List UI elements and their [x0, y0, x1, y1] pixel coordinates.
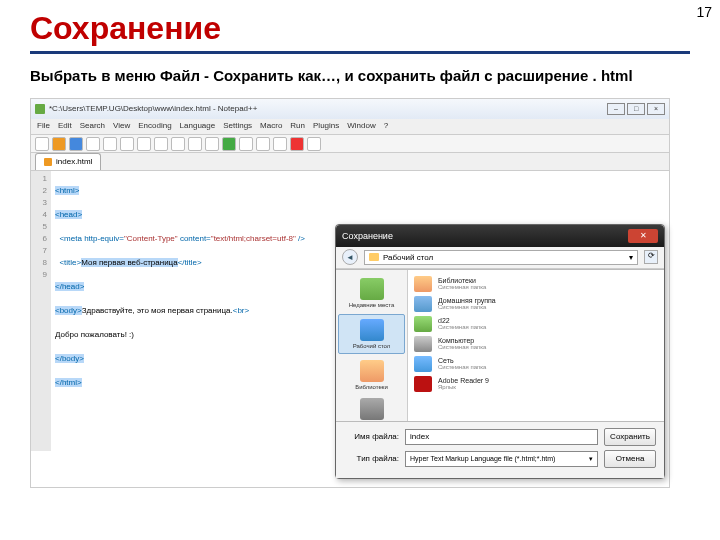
code-text: content=	[178, 234, 211, 243]
item-title: Сеть	[438, 357, 486, 364]
item-sub: Системная папка	[438, 344, 486, 350]
sidebar-desktop[interactable]: Рабочий стол	[338, 314, 405, 354]
line-num: 3	[35, 197, 47, 209]
line-num: 5	[35, 221, 47, 233]
close-button[interactable]: ×	[647, 103, 665, 115]
save-button[interactable]: Сохранить	[604, 428, 656, 446]
toolbar	[31, 135, 669, 153]
list-item[interactable]: d22Системная папка	[414, 314, 658, 334]
item-sub: Системная папка	[438, 364, 486, 370]
code-text: Моя первая веб-страница	[81, 258, 177, 267]
desktop-icon	[360, 319, 384, 341]
adobe-icon	[414, 376, 432, 392]
item-title: Компьютер	[438, 337, 486, 344]
code-text: </html>	[55, 378, 82, 387]
code-text: "Content-Type"	[124, 234, 178, 243]
filetype-label: Тип файла:	[344, 454, 399, 463]
menu-bar: File Edit Search View Encoding Language …	[31, 119, 669, 135]
code-area[interactable]: <html> <head> <meta http-equiv="Content-…	[51, 171, 309, 451]
list-item[interactable]: СетьСистемная папка	[414, 354, 658, 374]
code-text: <html>	[55, 186, 79, 195]
page-number: 17	[696, 4, 712, 20]
toolbar-open-icon[interactable]	[52, 137, 66, 151]
item-sub: Системная папка	[438, 284, 486, 290]
filename-input[interactable]	[405, 429, 598, 445]
tab-index[interactable]: index.html	[35, 153, 101, 170]
file-icon	[44, 158, 52, 166]
location-box[interactable]: Рабочий стол ▾	[364, 250, 638, 265]
code-text: </body>	[55, 354, 84, 363]
menu-language[interactable]: Language	[180, 121, 216, 132]
toolbar-paste-icon[interactable]	[171, 137, 185, 151]
menu-run[interactable]: Run	[290, 121, 305, 132]
menu-view[interactable]: View	[113, 121, 130, 132]
sidebar-label: Рабочий стол	[353, 343, 391, 349]
refresh-icon[interactable]: ⟳	[644, 250, 658, 264]
toolbar-cut-icon[interactable]	[137, 137, 151, 151]
sidebar-label: Недавние места	[349, 302, 395, 308]
menu-macro[interactable]: Macro	[260, 121, 282, 132]
item-title: Adobe Reader 9	[438, 377, 489, 384]
sidebar: Недавние места Рабочий стол Библиотеки К…	[336, 270, 408, 421]
item-title: d22	[438, 317, 486, 324]
toolbar-zoom-out-icon[interactable]	[273, 137, 287, 151]
menu-search[interactable]: Search	[80, 121, 105, 132]
code-text: <br>	[233, 306, 249, 315]
line-num: 2	[35, 185, 47, 197]
menu-window[interactable]: Window	[347, 121, 375, 132]
dialog-nav: ◄ Рабочий стол ▾ ⟳	[336, 247, 664, 269]
code-text: </title>	[178, 258, 202, 267]
item-sub: Ярлык	[438, 384, 489, 390]
toolbar-record-icon[interactable]	[290, 137, 304, 151]
notepadpp-window: *C:\Users\TEMP.UG\Desktop\www\index.html…	[30, 98, 670, 488]
item-sub: Системная папка	[438, 324, 486, 330]
toolbar-redo-icon[interactable]	[205, 137, 219, 151]
sidebar-computer[interactable]: Компьютер	[336, 394, 407, 422]
line-num: 1	[35, 173, 47, 185]
toolbar-save-icon[interactable]	[69, 137, 83, 151]
toolbar-close-icon[interactable]	[103, 137, 117, 151]
file-list[interactable]: БиблиотекиСистемная папка Домашняя групп…	[408, 270, 664, 421]
toolbar-saveall-icon[interactable]	[86, 137, 100, 151]
minimize-button[interactable]: –	[607, 103, 625, 115]
toolbar-print-icon[interactable]	[120, 137, 134, 151]
list-item[interactable]: Adobe Reader 9Ярлык	[414, 374, 658, 394]
code-text: <body>	[55, 306, 82, 315]
list-item[interactable]: БиблиотекиСистемная папка	[414, 274, 658, 294]
item-title: Домашняя группа	[438, 297, 496, 304]
menu-plugins[interactable]: Plugins	[313, 121, 339, 132]
filename-label: Имя файла:	[344, 432, 399, 441]
toolbar-play-icon[interactable]	[307, 137, 321, 151]
window-title: *C:\Users\TEMP.UG\Desktop\www\index.html…	[49, 104, 257, 113]
list-item[interactable]: Домашняя группаСистемная папка	[414, 294, 658, 314]
item-sub: Системная папка	[438, 304, 496, 310]
maximize-button[interactable]: □	[627, 103, 645, 115]
sidebar-libraries[interactable]: Библиотеки	[336, 356, 407, 394]
toolbar-copy-icon[interactable]	[154, 137, 168, 151]
network-icon	[414, 356, 432, 372]
toolbar-undo-icon[interactable]	[188, 137, 202, 151]
menu-file[interactable]: File	[37, 121, 50, 132]
homegroup-icon	[414, 296, 432, 312]
computer-icon	[360, 398, 384, 420]
menu-edit[interactable]: Edit	[58, 121, 72, 132]
filetype-select[interactable]: Hyper Text Markup Language file (*.html;…	[405, 451, 598, 467]
close-icon[interactable]: ✕	[628, 229, 658, 243]
line-num: 8	[35, 257, 47, 269]
code-text: </head>	[55, 282, 84, 291]
toolbar-find-icon[interactable]	[222, 137, 236, 151]
cancel-button[interactable]: Отмена	[604, 450, 656, 468]
toolbar-replace-icon[interactable]	[239, 137, 253, 151]
sidebar-recent[interactable]: Недавние места	[336, 274, 407, 312]
menu-help[interactable]: ?	[384, 121, 388, 132]
toolbar-new-icon[interactable]	[35, 137, 49, 151]
chevron-down-icon[interactable]: ▾	[629, 253, 633, 262]
app-icon	[35, 104, 45, 114]
toolbar-zoom-in-icon[interactable]	[256, 137, 270, 151]
sidebar-label: Библиотеки	[355, 384, 388, 390]
menu-settings[interactable]: Settings	[223, 121, 252, 132]
list-item[interactable]: КомпьютерСистемная папка	[414, 334, 658, 354]
line-num: 9	[35, 269, 47, 281]
menu-encoding[interactable]: Encoding	[138, 121, 171, 132]
back-icon[interactable]: ◄	[342, 249, 358, 265]
